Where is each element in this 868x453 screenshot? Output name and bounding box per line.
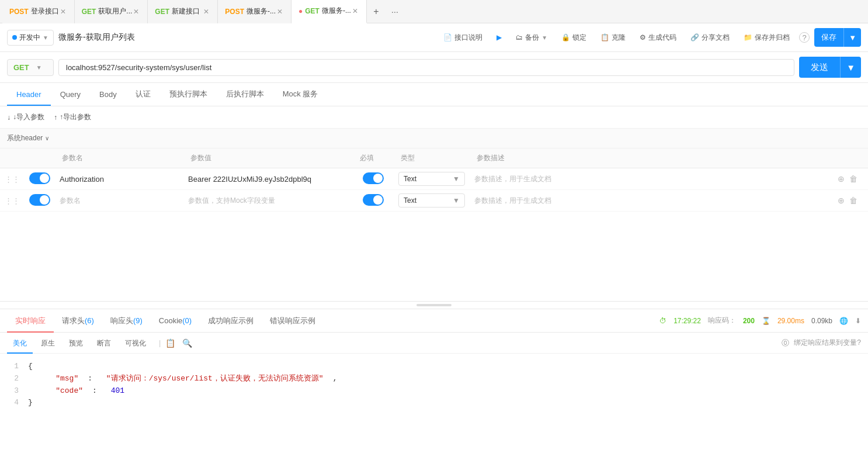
system-header-chevron-icon: ∨	[45, 135, 49, 141]
api-doc-button[interactable]: 📄 接口说明	[439, 30, 487, 45]
col-actions-header	[827, 148, 868, 168]
env-selector[interactable]: 开发中 ▼	[7, 30, 54, 46]
tab-header[interactable]: Header	[7, 84, 51, 106]
row1-toggle[interactable]	[29, 172, 50, 184]
col-type-header: 类型	[394, 148, 470, 168]
tab-get-micro-active[interactable]: ● GET 微服务-... ✕	[291, 0, 367, 23]
share-doc-icon: 🔗	[690, 33, 699, 42]
row1-required-toggle[interactable]	[363, 172, 384, 184]
send-label: 发送	[799, 57, 840, 78]
params-table-header: 参数名 参数值 必填 类型 参数描述	[0, 148, 868, 168]
save-main-label: 保存	[814, 28, 843, 47]
row2-value-placeholder: 参数值，支持Mock字段变量	[188, 196, 275, 205]
row1-type-label: Text	[404, 175, 416, 183]
row2-delete-icon[interactable]: 🗑	[848, 195, 859, 206]
params-table: 参数名 参数值 必填 类型 参数描述 ⋮⋮ Authorization	[0, 148, 868, 212]
tab-query[interactable]: Query	[51, 84, 90, 106]
row1-desc-placeholder: 参数描述，用于生成文档	[474, 175, 551, 183]
backup-chevron-icon: ▼	[541, 34, 547, 41]
tab-label: 微服务-...	[322, 6, 351, 16]
export-params-button[interactable]: ↑ ↑导出参数	[54, 112, 91, 122]
help-icon[interactable]: ?	[799, 32, 810, 43]
url-input[interactable]	[58, 59, 794, 76]
save-arrow-icon[interactable]: ▼	[843, 28, 861, 47]
share-doc-label: 分享文档	[702, 33, 730, 43]
row1-param-value[interactable]: Bearer 222IUzUxMiJ9.eyJsb2dpbl9q	[183, 168, 353, 190]
row2-param-name[interactable]: 参数名	[55, 190, 183, 212]
tab-label: 微服务-...	[246, 6, 276, 16]
export-label: ↑导出参数	[60, 112, 91, 122]
tab-close-1[interactable]: ✕	[59, 6, 67, 17]
send-button[interactable]: 发送 ▼	[799, 57, 861, 78]
send-arrow-icon[interactable]: ▼	[840, 57, 861, 78]
tab-mock[interactable]: Mock 服务	[273, 83, 328, 106]
row1-type-selector[interactable]: Text ▼	[398, 172, 465, 186]
tab-close-5[interactable]: ✕	[351, 6, 359, 16]
save-archive-icon: 📁	[744, 33, 752, 42]
tab-method-get: GET	[155, 8, 169, 16]
tab-auth[interactable]: 认证	[126, 83, 160, 106]
row2-required-toggle[interactable]	[363, 194, 384, 206]
api-name-input[interactable]	[58, 33, 234, 42]
clone-button[interactable]: 📋 克隆	[596, 30, 630, 45]
tab-close-4[interactable]: ✕	[276, 6, 284, 17]
tab-body[interactable]: Body	[90, 84, 126, 106]
url-bar: GET ▼ 发送 ▼	[0, 52, 868, 83]
save-archive-button[interactable]: 📁 保存并归档	[739, 30, 794, 45]
row2-toggle-cell	[25, 190, 55, 212]
import-label: ↓导入参数	[13, 112, 44, 122]
run-button[interactable]: ▶	[492, 31, 506, 44]
row2-type-cell: Text ▼	[394, 190, 470, 212]
drag-handle-2[interactable]: ⋮⋮	[0, 190, 25, 212]
row2-type-selector[interactable]: Text ▼	[398, 193, 465, 208]
row1-type-chevron-icon: ▼	[453, 175, 460, 183]
tab-close-2[interactable]: ✕	[132, 6, 140, 17]
row2-name-placeholder: 参数名	[60, 196, 81, 205]
tab-method-get: GET	[305, 7, 320, 15]
tab-label: 新建接口	[172, 6, 200, 16]
row2-desc-cell[interactable]: 参数描述，用于生成文档	[470, 190, 827, 212]
backup-icon: 🗂	[516, 33, 523, 42]
lock-button[interactable]: 🔒 锁定	[557, 30, 591, 45]
tab-get-users[interactable]: GET 获取用户... ✕	[75, 0, 148, 23]
tab-post-micro[interactable]: POST 微服务-... ✕	[218, 0, 291, 23]
tab-post-login[interactable]: POST 登录接口 ✕	[2, 0, 75, 23]
col-drag-header	[0, 148, 25, 168]
col-name-header: 参数名	[55, 148, 183, 168]
tab-close-3[interactable]: ✕	[202, 6, 210, 17]
api-doc-label: 接口说明	[454, 33, 482, 43]
drag-icon: ⋮⋮	[5, 196, 20, 205]
row2-copy-icon[interactable]: ⊕	[836, 195, 846, 206]
tab-pre-script[interactable]: 预执行脚本	[160, 83, 217, 106]
tab-more-button[interactable]: ···	[386, 0, 404, 23]
tab-method-get: GET	[82, 8, 96, 16]
params-area: ↓ ↓导入参数 ↑ ↑导出参数 系统header ∨ 参数名 参数值 必填 类型…	[0, 106, 868, 212]
gen-code-icon: ⚙	[640, 33, 646, 42]
import-params-button[interactable]: ↓ ↓导入参数	[7, 112, 44, 122]
clone-icon: 📋	[600, 33, 609, 42]
row2-param-value[interactable]: 参数值，支持Mock字段变量	[183, 190, 353, 212]
tab-label: 获取用户...	[98, 6, 132, 16]
row1-param-name[interactable]: Authorization	[55, 168, 183, 190]
row1-desc-cell[interactable]: 参数描述，用于生成文档	[470, 168, 827, 190]
system-header-row[interactable]: 系统header ∨	[0, 129, 868, 148]
row1-delete-icon[interactable]: 🗑	[848, 173, 859, 185]
drag-handle-1[interactable]: ⋮⋮	[0, 168, 25, 190]
save-button[interactable]: 保存 ▼	[814, 28, 861, 47]
method-selector[interactable]: GET ▼	[7, 59, 54, 76]
row2-toggle[interactable]	[29, 194, 50, 206]
row2-actions: ⊕ 🗑	[827, 190, 868, 212]
row2-required-cell	[353, 190, 394, 212]
tab-post-script[interactable]: 后执行脚本	[217, 83, 273, 106]
row1-copy-icon[interactable]: ⊕	[836, 173, 846, 185]
share-doc-button[interactable]: 🔗 分享文档	[686, 30, 734, 45]
backup-button[interactable]: 🗂 备份 ▼	[511, 30, 552, 45]
tab-get-new[interactable]: GET 新建接口 ✕	[148, 0, 218, 23]
tab-method-post: POST	[225, 8, 244, 16]
gen-code-button[interactable]: ⚙ 生成代码	[635, 30, 681, 45]
save-archive-label: 保存并归档	[755, 33, 790, 43]
clone-label: 克隆	[612, 33, 626, 43]
tab-add-button[interactable]: +	[367, 0, 386, 23]
tab-bar: POST 登录接口 ✕ GET 获取用户... ✕ GET 新建接口 ✕ POS…	[0, 0, 868, 23]
toolbar: 开发中 ▼ 📄 接口说明 ▶ 🗂 备份 ▼ 🔒 锁定 📋 克隆 ⚙ 生成代码 �	[0, 23, 868, 52]
